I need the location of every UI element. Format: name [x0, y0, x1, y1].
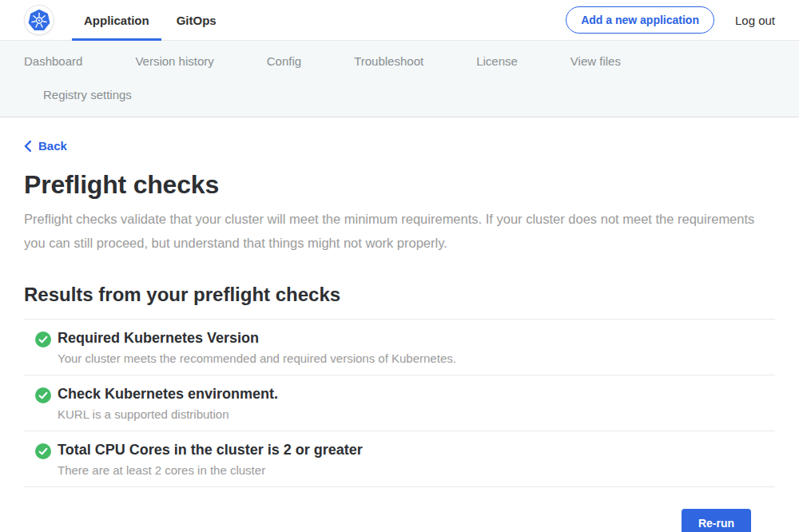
- rerun-button[interactable]: Re-run: [682, 509, 751, 532]
- check-success-icon: [35, 443, 51, 459]
- add-new-application-button[interactable]: Add a new application: [566, 6, 714, 34]
- tab-application[interactable]: Application: [72, 0, 161, 40]
- subnav-item-license[interactable]: License: [476, 54, 518, 68]
- page-description: Preflight checks validate that your clus…: [24, 207, 775, 255]
- back-link[interactable]: Back: [24, 139, 67, 153]
- subnav-item-troubleshoot[interactable]: Troubleshoot: [354, 54, 423, 68]
- check-detail: KURL is a supported distribution: [58, 407, 775, 421]
- check-row-kubernetes-version: Required Kubernetes Version Your cluster…: [24, 320, 775, 375]
- check-detail: Your cluster meets the recommended and r…: [58, 351, 775, 365]
- main-content: Back Preflight checks Preflight checks v…: [0, 117, 799, 532]
- subnav-item-version-history[interactable]: Version history: [135, 54, 213, 68]
- check-success-icon: [35, 387, 51, 403]
- subnav-item-config[interactable]: Config: [267, 54, 301, 68]
- preflight-results-list: Required Kubernetes Version Your cluster…: [24, 319, 775, 487]
- check-title: Required Kubernetes Version: [58, 330, 775, 347]
- back-link-label: Back: [38, 139, 67, 153]
- subnav-row-1: Dashboard Version history Config Trouble…: [24, 54, 775, 68]
- check-success-icon: [35, 332, 51, 347]
- subnav-row-2: Registry settings: [24, 88, 775, 101]
- footer-actions: Re-run: [24, 487, 775, 532]
- check-title: Total CPU Cores in the cluster is 2 or g…: [58, 442, 775, 459]
- results-heading: Results from your preflight checks: [24, 284, 775, 306]
- primary-tabs: Application GitOps: [70, 0, 230, 40]
- top-navbar: Application GitOps Add a new application…: [0, 0, 799, 41]
- subnav-item-dashboard[interactable]: Dashboard: [24, 54, 82, 68]
- subnav-item-view-files[interactable]: View files: [570, 54, 621, 68]
- subnav-item-registry-settings[interactable]: Registry settings: [43, 88, 132, 101]
- log-out-link[interactable]: Log out: [735, 14, 775, 27]
- chevron-left-icon: [24, 141, 31, 152]
- check-row-cpu-cores: Total CPU Cores in the cluster is 2 or g…: [24, 431, 775, 487]
- check-title: Check Kubernetes environment.: [58, 386, 775, 403]
- app-subnav: Dashboard Version history Config Trouble…: [0, 41, 799, 117]
- kubernetes-logo: [24, 5, 54, 35]
- check-detail: There are at least 2 cores in the cluste…: [58, 463, 775, 477]
- check-row-kubernetes-environment: Check Kubernetes environment. KURL is a …: [24, 375, 775, 431]
- tab-gitops[interactable]: GitOps: [165, 0, 229, 40]
- page-title: Preflight checks: [24, 170, 775, 200]
